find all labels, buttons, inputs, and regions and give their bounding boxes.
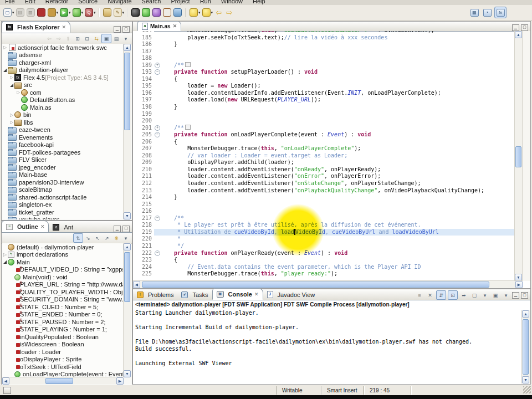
quick-fix-wand-button[interactable]: ✎ (113, 8, 122, 17)
tree-item[interactable]: charger-xml (2, 59, 124, 66)
editor-vscrollbar[interactable]: ▲ ▼ (514, 31, 523, 281)
code-line[interactable]: 210 loader.content.addEventListener("onR… (133, 166, 515, 173)
fold-marker[interactable]: + (154, 125, 161, 132)
maximize-icon[interactable]: ▢ (122, 226, 130, 232)
code-line[interactable]: 189+ /** (133, 62, 515, 69)
close-icon[interactable]: ✕ (40, 224, 45, 229)
focus-active-icon[interactable]: ▣ (101, 34, 111, 43)
code-line[interactable]: 188 (133, 55, 515, 62)
console-output[interactable]: Starting Launcher dailymotion-player. St… (133, 308, 530, 368)
expander-icon[interactable]: ▷ (16, 90, 21, 95)
fold-marker[interactable]: − (154, 131, 161, 139)
expander-icon[interactable]: ▷ (2, 252, 8, 257)
tree-item[interactable]: oDisplayPlayer : Sprite (2, 356, 124, 364)
menu-refactor[interactable]: Refactor (40, 0, 74, 4)
tree-item[interactable]: ◢dailymotion-player (2, 66, 124, 74)
tab-javadoc-view[interactable]: J Javadoc View (263, 289, 319, 300)
scroll-thumb[interactable] (142, 282, 489, 288)
profile-button[interactable]: Q (84, 8, 94, 17)
scroll-thumb[interactable] (124, 53, 130, 130)
dropdown-arrow-icon[interactable]: ▾ (12, 11, 14, 15)
tree-item[interactable]: singleton-ex (2, 201, 124, 209)
menu-project[interactable]: Project (166, 0, 195, 4)
open-perspective-button[interactable]: ▦ (469, 7, 480, 18)
fold-marker[interactable]: − (154, 69, 161, 76)
code-line[interactable]: 206 { (133, 139, 515, 146)
code-line[interactable]: 225 MonsterDebugger.trace(this, "player … (133, 270, 515, 278)
open-folder-button[interactable] (103, 8, 112, 17)
code-line[interactable]: 187 (133, 48, 515, 55)
code-line[interactable]: 198 } (133, 104, 515, 111)
forward-history-button[interactable]: ⇨ (224, 8, 234, 17)
collapse-all-icon[interactable]: ⊟ (83, 34, 91, 43)
fold-marker[interactable]: − (154, 215, 161, 222)
code-line[interactable]: 201+ /** (133, 125, 515, 132)
tree-item[interactable]: ticket_gratter (2, 208, 124, 216)
minimize-icon[interactable]: ▁ (114, 226, 121, 232)
menu-edit[interactable]: Edit (20, 0, 40, 4)
fold-toggle-icon[interactable]: + (155, 63, 160, 68)
overview-ruler[interactable] (522, 31, 530, 281)
print-button[interactable]: ▥ (26, 8, 35, 17)
code-line[interactable]: 186 } (133, 41, 515, 48)
editor-hscrollbar[interactable]: ◀ ▶ (133, 280, 523, 288)
tree-item[interactable]: loader : Loader (2, 348, 124, 356)
code-line[interactable]: 218 * Le player est prêt à être utilisé,… (133, 222, 515, 229)
code-area[interactable]: 184 MonsterDebugger.trace(this, "seekBut… (133, 31, 515, 281)
menu-items[interactable]: FileEditRefactorSourceNavigateSearchProj… (0, 0, 532, 4)
open-console-menu-icon[interactable]: ▾ (480, 291, 489, 299)
dropdown-arrow-icon[interactable]: ▾ (81, 11, 84, 15)
code-line[interactable]: 222− private function onPlayerReady(even… (133, 250, 515, 257)
dropdown-arrow-icon[interactable]: ▾ (122, 11, 125, 15)
scroll-down-icon[interactable]: ▼ (124, 212, 131, 219)
explorer-tree[interactable]: ▷actionscript facile framework swcadsens… (2, 44, 124, 219)
tab-problems[interactable]: ! Problems (133, 289, 177, 300)
scroll-left-icon[interactable]: ◀ (133, 281, 140, 288)
scroll-down-icon[interactable]: ▼ (522, 376, 529, 383)
menu-search[interactable]: Search (137, 0, 166, 4)
open-console-icon[interactable]: ▢ (470, 291, 479, 299)
tab-main-as[interactable]: a Main.as ✕ (137, 21, 181, 31)
menu-run[interactable]: Run (195, 0, 216, 4)
code-line[interactable]: 223 { (133, 257, 515, 264)
tree-item[interactable]: inQualityPopulated : Boolean (2, 333, 124, 341)
tree-item[interactable]: isWidescreen : Boolean (2, 341, 124, 349)
debug-button[interactable] (72, 8, 81, 17)
scroll-thumb[interactable] (515, 146, 521, 167)
resize-grip[interactable] (523, 386, 531, 393)
menu-help[interactable]: Help (248, 0, 270, 4)
layout-icon[interactable]: ▤ (112, 34, 121, 43)
code-line[interactable]: 213 loader.content.addEventListener("onP… (133, 187, 515, 195)
view-menu-icon[interactable]: ▾ (121, 34, 130, 43)
expander-icon[interactable]: ▷ (2, 45, 8, 50)
console-scrollbar[interactable]: ▲ ▼ (521, 310, 530, 383)
scroll-up-icon[interactable]: ▲ (124, 243, 131, 250)
code-line[interactable]: 214 } (133, 194, 515, 201)
tree-item[interactable]: DefaultButton.as (2, 96, 124, 104)
outline-hscrollbar[interactable]: ◀ ▶ (2, 377, 124, 385)
code-line[interactable]: 200 (133, 117, 515, 125)
scroll-thumb[interactable] (124, 252, 130, 302)
outline-tree[interactable]: (default) - dailymotion-player▷↰import d… (2, 243, 124, 377)
code-line[interactable]: 212 loader.content.addEventListener("onS… (133, 180, 515, 187)
tree-item[interactable]: ▷actionscript facile framework swc (2, 44, 124, 52)
expand-all-icon[interactable]: ⊞ (73, 34, 82, 43)
display-selected-menu-icon[interactable]: ▾ (502, 291, 510, 299)
tree-item[interactable]: facebook-api (2, 141, 124, 149)
view-menu-icon[interactable]: ▾ (121, 234, 130, 242)
tab-flash-explorer[interactable]: fx Flash Explorer ✕ (2, 21, 70, 33)
tree-item[interactable]: jpeg_encoder (2, 163, 124, 171)
tree-item[interactable]: SDEFAULT_VIDEO_ID : String = "xgppsk"; (2, 266, 124, 274)
scroll-up-icon[interactable]: ▲ (515, 31, 522, 38)
hide-static-icon[interactable]: ↖ (93, 234, 102, 242)
expander-icon[interactable]: ◢ (9, 83, 14, 88)
link-with-editor-icon[interactable]: ⇆ (92, 34, 101, 43)
remove-launch-icon[interactable]: ✕ (426, 291, 434, 299)
fold-toggle-icon[interactable]: − (155, 69, 160, 75)
tab-tasks[interactable]: ✔ Tasks (177, 289, 212, 300)
fold-marker[interactable]: + (154, 62, 161, 69)
tree-item[interactable]: ▷fxFlex 4.5 [Project Type: AS 3 4.5] (2, 74, 124, 81)
expander-icon[interactable]: ▷ (9, 120, 14, 125)
tree-item[interactable]: youtube-player (2, 216, 124, 220)
export-swf-button[interactable] (37, 8, 46, 17)
